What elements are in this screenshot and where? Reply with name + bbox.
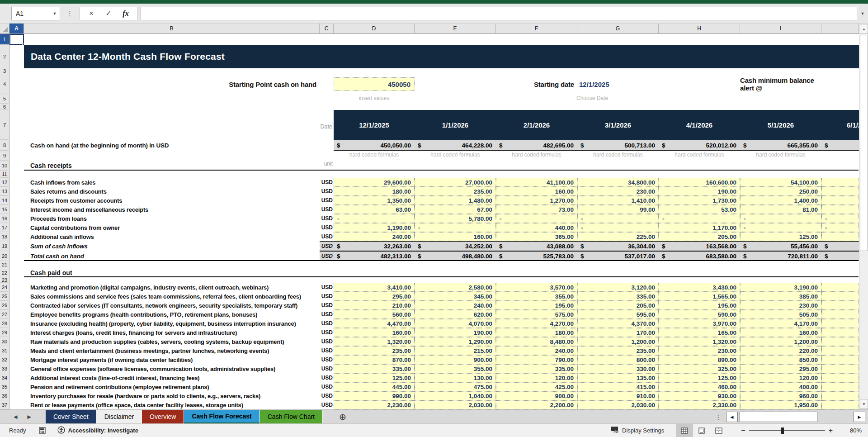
input-cell[interactable]: 900.00 [415,355,496,364]
row-header-8[interactable]: 8 [0,140,9,151]
row-header-11[interactable]: 11 [0,171,9,178]
horizontal-scroll-track[interactable] [739,412,852,422]
input-cell[interactable]: 170.00 [577,328,659,337]
row-header-29[interactable]: 29 [0,328,9,337]
row-header-14[interactable]: 14 [0,196,9,205]
input-cell[interactable]: 67.00 [415,205,496,214]
input-cell[interactable]: 335.00 [496,364,577,373]
input-cell[interactable]: 81.00 [740,205,821,214]
input-cell[interactable]: 1,200.00 [577,337,659,346]
formula-bar-expand-icon[interactable]: ▼ [857,11,868,16]
input-cell[interactable]: 505.00 [740,310,821,319]
input-cell[interactable]: 345.00 [415,292,496,301]
row-header-15[interactable]: 15 [0,205,9,214]
input-cell[interactable]: 235.00 [334,346,415,355]
row-header-12[interactable]: 12 [0,178,9,187]
column-header-B[interactable]: B [24,24,320,34]
input-cell-partial[interactable] [821,292,859,301]
row-header-24[interactable]: 24 [0,283,9,292]
input-cell[interactable]: 3,570.00 [496,283,577,292]
cancel-icon[interactable]: × [83,10,100,18]
input-cell[interactable]: 4,370.00 [577,319,659,328]
tab-nav-right-icon[interactable]: ▶ [27,414,31,420]
input-cell-partial[interactable] [821,346,859,355]
input-cell[interactable]: 460.00 [659,382,740,391]
input-cell[interactable]: 210.00 [334,301,415,310]
input-cell[interactable]: 3,190.00 [740,283,821,292]
input-cell-partial[interactable] [821,232,859,241]
column-header-C[interactable]: C [320,24,334,34]
input-cell[interactable]: 3,970.00 [659,319,740,328]
input-cell[interactable]: 3,430.00 [659,283,740,292]
input-cell-partial[interactable] [821,301,859,310]
scroll-up-icon[interactable]: ▲ [860,24,868,34]
input-cell[interactable]: 160,600.00 [659,178,740,187]
vertical-scroll-thumb[interactable] [860,35,868,251]
active-cell-A1[interactable] [9,34,24,45]
input-cell[interactable]: 4,070.00 [415,319,496,328]
input-cell-partial[interactable] [821,337,859,346]
macro-record-icon[interactable] [39,427,46,434]
input-cell[interactable]: 2,200.00 [496,400,577,409]
input-cell[interactable]: - [415,223,496,232]
column-header-G[interactable]: G [577,24,659,34]
scroll-left-icon[interactable]: ◀ [726,412,738,422]
input-cell[interactable]: 160.00 [740,328,821,337]
row-header-32[interactable]: 32 [0,355,9,364]
input-cell[interactable]: 240.00 [334,232,415,241]
input-cell[interactable]: 900.00 [496,391,577,400]
input-cell[interactable]: 29,600.00 [334,178,415,187]
column-header-H[interactable]: H [659,24,740,34]
input-cell-partial[interactable] [821,400,859,409]
row-header-35[interactable]: 35 [0,382,9,391]
input-cell[interactable]: 1,350.00 [334,196,415,205]
input-cell[interactable]: 385.00 [740,292,821,301]
input-cell[interactable]: 230.00 [740,301,821,310]
tab-nav-left-icon[interactable]: ◀ [14,414,17,420]
input-cell[interactable]: 1,730.00 [659,196,740,205]
input-cell[interactable]: 225.00 [577,232,659,241]
row-header-31[interactable]: 31 [0,346,9,355]
input-cell[interactable]: 2,580.00 [415,283,496,292]
input-cell[interactable]: 240.00 [496,346,577,355]
row-header-9[interactable]: 9 [0,151,9,161]
row-header-2[interactable]: 2 [0,45,9,68]
input-cell-partial[interactable] [821,283,859,292]
row-header-5[interactable]: 5 [0,94,9,104]
zoom-slider-track[interactable] [749,430,825,431]
input-cell[interactable]: 1,190.00 [334,223,415,232]
add-sheet-icon[interactable]: ⊕ [339,412,346,422]
input-cell[interactable]: 590.00 [659,310,740,319]
input-cell[interactable]: 8,480.00 [496,337,577,346]
name-box-dropdown-icon[interactable]: ▼ [50,11,60,16]
sheet-tab-cash-flow-forecast[interactable]: Cash Flow Forecast [184,410,259,424]
input-cell-partial[interactable] [821,205,859,214]
input-cell[interactable]: 195.00 [496,301,577,310]
input-cell[interactable]: 930.00 [659,391,740,400]
input-cell-partial[interactable] [821,355,859,364]
sheet-tab-cash-flow-chart[interactable]: Cash Flow Chart [260,410,323,424]
starting-cash-input[interactable]: 450050 [334,77,415,91]
input-cell[interactable]: 1,040.00 [415,391,496,400]
normal-view-button[interactable] [676,424,693,437]
input-cell[interactable]: 295.00 [334,292,415,301]
input-cell[interactable]: 445.00 [334,382,415,391]
input-cell[interactable]: 34,800.00 [577,178,659,187]
input-cell[interactable]: 1,170.00 [659,223,740,232]
input-cell[interactable]: 4,270.00 [496,319,577,328]
input-cell[interactable]: 960.00 [740,391,821,400]
sheet-tab-cover-sheet[interactable]: Cover Sheet [46,410,97,424]
input-cell[interactable]: 235.00 [415,187,496,196]
input-cell-partial[interactable] [821,382,859,391]
input-cell-partial[interactable] [821,187,859,196]
input-cell[interactable]: 195.00 [659,301,740,310]
input-cell[interactable]: 295.00 [740,364,821,373]
input-cell[interactable]: 355.00 [496,292,577,301]
input-cell[interactable]: 125.00 [740,232,821,241]
input-cell-partial[interactable] [821,373,859,382]
input-cell[interactable]: 240.00 [415,301,496,310]
input-cell[interactable]: 160.00 [496,187,577,196]
input-cell[interactable]: 215.00 [415,346,496,355]
input-cell[interactable]: 99.00 [577,205,659,214]
input-cell-partial[interactable] [821,364,859,373]
